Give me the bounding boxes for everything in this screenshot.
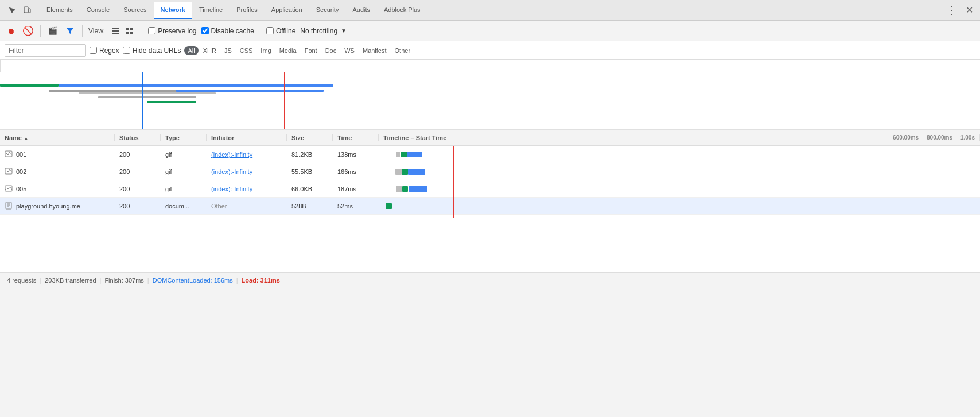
- cell-timeline: [379, 146, 980, 163]
- timeline-ttfb-bar: [386, 203, 392, 209]
- toolbar: ⏺ 🚫 🎬 View: Preserve log Disable cache O…: [0, 21, 980, 41]
- cell-timeline: [379, 180, 980, 198]
- hide-data-urls-label: Hide data URLs: [133, 47, 181, 55]
- tab-network[interactable]: Network: [154, 2, 192, 19]
- cell-name: playground.hyoung.me: [0, 202, 115, 211]
- file-name: 005: [16, 186, 26, 192]
- cell-type: docum...: [161, 203, 207, 210]
- offline-checkbox[interactable]: Offline: [266, 27, 295, 35]
- svg-rect-3: [112, 30, 119, 32]
- more-icon[interactable]: ⋮: [946, 4, 956, 17]
- timeline-ttfb-bar: [402, 169, 408, 175]
- tab-timeline[interactable]: Timeline: [192, 2, 230, 19]
- hide-data-urls-checkbox[interactable]: Hide data URLs: [123, 47, 181, 55]
- finish-time: Finish: 307ms: [104, 277, 143, 284]
- filter-chips: AllXHRJSCSSImgMediaFontDocWSManifestOthe…: [184, 46, 414, 55]
- cell-initiator: (index):-Infinity: [207, 186, 287, 192]
- cell-type: gif: [161, 168, 207, 175]
- disable-cache-input[interactable]: [201, 27, 209, 34]
- table-row[interactable]: playground.hyoung.me200docum...Other528B…: [0, 198, 980, 215]
- cell-size: 66.0KB: [287, 186, 333, 192]
- col-header-name[interactable]: Name ▲: [0, 134, 115, 141]
- close-button[interactable]: ✕: [961, 5, 978, 16]
- record-button[interactable]: ⏺: [5, 25, 17, 37]
- table-body: 001200gif(index):-Infinity81.2KB138ms002…: [0, 146, 980, 215]
- dom-content-loaded[interactable]: DOMContentLoaded: 156ms: [153, 277, 233, 284]
- col-header-timeline-–-start-time[interactable]: Timeline – Start Time 600.00ms 800.00ms …: [379, 134, 980, 141]
- grid-view-button[interactable]: [123, 25, 136, 37]
- filter-chip-doc[interactable]: Doc: [322, 46, 340, 55]
- col-header-initiator[interactable]: Initiator: [207, 134, 287, 141]
- initiator-link[interactable]: (index):-Infinity: [211, 151, 252, 158]
- tab-application[interactable]: Application: [265, 2, 309, 19]
- filter-chip-media[interactable]: Media: [276, 46, 300, 55]
- empty-space: [0, 215, 980, 272]
- filter-input-wrap[interactable]: [5, 44, 86, 57]
- svg-rect-7: [126, 32, 129, 34]
- file-icon: [5, 202, 13, 211]
- tab-sources[interactable]: Sources: [116, 2, 153, 19]
- initiator-link[interactable]: (index):-Infinity: [211, 186, 252, 192]
- table-row[interactable]: 002200gif(index):-Infinity55.5KB166ms: [0, 163, 980, 180]
- file-name: playground.hyoung.me: [16, 203, 80, 210]
- col-header-time[interactable]: Time: [333, 134, 379, 141]
- col-header-type[interactable]: Type: [161, 134, 207, 141]
- camera-icon[interactable]: 🎬: [46, 25, 59, 37]
- cell-timeline: [379, 198, 980, 215]
- cell-type: gif: [161, 186, 207, 192]
- waterfall-bar: [0, 84, 59, 87]
- offline-input[interactable]: [266, 27, 274, 34]
- throttle-arrow: ▼: [341, 28, 347, 34]
- clear-button[interactable]: 🚫: [22, 25, 34, 37]
- filter-chip-ws[interactable]: WS: [341, 46, 358, 55]
- load-time: Load: 311ms: [242, 277, 280, 284]
- initiator-link[interactable]: (index):-Infinity: [211, 168, 252, 175]
- hide-data-urls-input[interactable]: [123, 47, 130, 54]
- view-label: View:: [88, 27, 105, 35]
- preserve-log-checkbox[interactable]: Preserve log: [148, 27, 196, 35]
- preserve-log-label: Preserve log: [158, 27, 196, 35]
- svg-rect-5: [126, 28, 129, 30]
- regex-input[interactable]: [90, 47, 97, 54]
- filter-chip-xhr[interactable]: XHR: [200, 46, 220, 55]
- timeline-download-bar: [409, 186, 428, 192]
- device-icon[interactable]: [21, 4, 33, 17]
- regex-checkbox[interactable]: Regex: [90, 47, 119, 55]
- filter-chip-js[interactable]: JS: [221, 46, 235, 55]
- filter-chip-all[interactable]: All: [184, 46, 198, 55]
- cell-status: 200: [115, 203, 161, 210]
- timeline-ruler: 100ms200ms300ms400ms500ms600ms700ms800ms…: [0, 60, 980, 72]
- tab-profiles[interactable]: Profiles: [230, 2, 265, 19]
- cursor-icon[interactable]: [6, 4, 18, 17]
- file-name: 002: [16, 168, 26, 175]
- filter-chip-css[interactable]: CSS: [236, 46, 256, 55]
- tab-audits[interactable]: Audits: [345, 2, 377, 19]
- throttle-select[interactable]: No throttling ▼: [300, 27, 347, 35]
- filter-input[interactable]: [5, 47, 85, 55]
- filter-chip-img[interactable]: Img: [257, 46, 274, 55]
- filter-chip-other[interactable]: Other: [391, 46, 414, 55]
- disable-cache-checkbox[interactable]: Disable cache: [201, 27, 254, 35]
- svg-rect-2: [112, 28, 119, 29]
- preserve-log-input[interactable]: [148, 27, 155, 34]
- waterfall-bar: [59, 84, 333, 87]
- tab-adblock plus[interactable]: Adblock Plus: [377, 2, 427, 19]
- tab-elements[interactable]: Elements: [40, 2, 80, 19]
- waterfall-bar: [98, 96, 196, 98]
- filter-chip-manifest[interactable]: Manifest: [359, 46, 390, 55]
- table-row[interactable]: 005200gif(index):-Infinity66.0KB187ms: [0, 180, 980, 198]
- table-row[interactable]: 001200gif(index):-Infinity81.2KB138ms: [0, 146, 980, 163]
- list-view-button[interactable]: [110, 25, 122, 37]
- tab-security[interactable]: Security: [309, 2, 346, 19]
- col-header-size[interactable]: Size: [287, 134, 333, 141]
- tab-console[interactable]: Console: [80, 2, 116, 19]
- filter-icon[interactable]: [64, 25, 76, 37]
- cell-status: 200: [115, 186, 161, 192]
- red-line-table: [453, 195, 454, 218]
- filter-chip-font[interactable]: Font: [301, 46, 321, 55]
- cell-time: 187ms: [333, 186, 379, 192]
- timeline-ttfb-bar: [402, 186, 408, 192]
- cell-size: 55.5KB: [287, 168, 333, 175]
- waterfall-bar: [147, 101, 196, 103]
- col-header-status[interactable]: Status: [115, 134, 161, 141]
